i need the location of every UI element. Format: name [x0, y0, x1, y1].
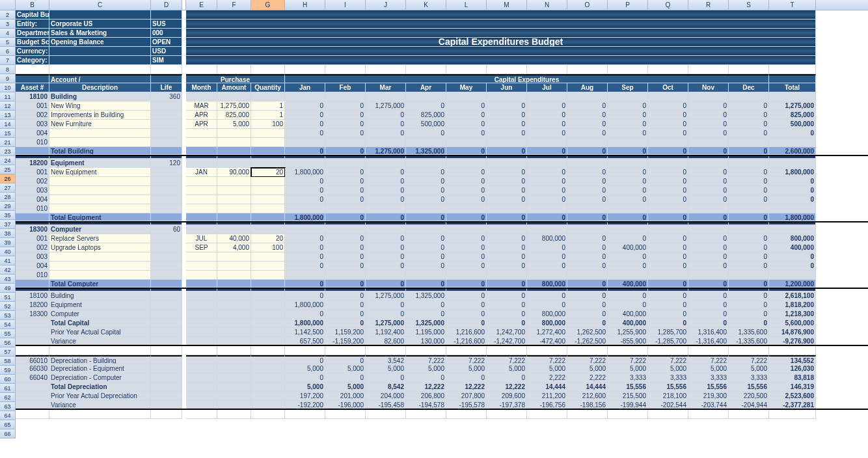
row-header-54[interactable]: 54: [0, 320, 16, 329]
title-banner: Capital Expenditures Budget: [186, 38, 816, 47]
row-header-2[interactable]: 2: [0, 10, 16, 20]
row-header-14[interactable]: 14: [0, 120, 16, 129]
col-header-L[interactable]: L: [446, 0, 487, 10]
col-header-C[interactable]: C: [49, 0, 151, 10]
row-header-57[interactable]: 57: [0, 347, 16, 357]
row-header-52[interactable]: 52: [0, 302, 16, 311]
col-header-D[interactable]: D: [151, 0, 182, 10]
row-header-62[interactable]: 62: [0, 393, 16, 402]
row-header-43[interactable]: 43: [0, 275, 16, 284]
col-header-K[interactable]: K: [406, 0, 446, 10]
row-header-28[interactable]: 28: [0, 193, 16, 202]
row-header-51[interactable]: 51: [0, 293, 16, 302]
col-header-O[interactable]: O: [567, 0, 608, 10]
row-header-8[interactable]: 8: [0, 65, 16, 74]
row-header-59[interactable]: 59: [0, 366, 16, 375]
row-header-53[interactable]: 53: [0, 311, 16, 320]
row-header-11[interactable]: 11: [0, 92, 16, 101]
col-header-F[interactable]: F: [217, 0, 251, 10]
row-header-49[interactable]: 49: [0, 284, 16, 293]
row-header-10[interactable]: 10: [0, 83, 16, 92]
row-header-38[interactable]: 38: [0, 229, 16, 238]
row-header-60[interactable]: 60: [0, 375, 16, 384]
col-header-T[interactable]: T: [769, 0, 816, 10]
row-header-63[interactable]: 63: [0, 402, 16, 411]
row-header-27[interactable]: 27: [0, 183, 16, 193]
row-header-3[interactable]: 3: [0, 20, 16, 29]
row-header-6[interactable]: 6: [0, 47, 16, 56]
row-header-25[interactable]: 25: [0, 165, 16, 174]
col-header-P[interactable]: P: [608, 0, 648, 10]
row-headers[interactable]: 2345678910111213141521232425262728293537…: [0, 10, 16, 438]
row-header-29[interactable]: 29: [0, 202, 16, 211]
row-header-65[interactable]: 65: [0, 420, 16, 429]
row-header-9[interactable]: 9: [0, 74, 16, 83]
row-header-58[interactable]: 58: [0, 357, 16, 366]
row-header-23[interactable]: 23: [0, 147, 16, 156]
col-header-J[interactable]: J: [366, 0, 406, 10]
row-header-24[interactable]: 24: [0, 156, 16, 165]
row-header-15[interactable]: 15: [0, 129, 16, 138]
col-header-B[interactable]: B: [16, 0, 49, 10]
col-header-Q[interactable]: Q: [648, 0, 688, 10]
row-header-13[interactable]: 13: [0, 111, 16, 120]
col-header-E[interactable]: E: [186, 0, 217, 10]
row-header-37[interactable]: 37: [0, 220, 16, 229]
col-header-H[interactable]: H: [285, 0, 325, 10]
row-header-42[interactable]: 42: [0, 265, 16, 275]
row-header-26[interactable]: 26: [0, 174, 16, 183]
row-header-21[interactable]: 21: [0, 138, 16, 147]
col-header-M[interactable]: M: [487, 0, 527, 10]
row-header-66[interactable]: 66: [0, 429, 16, 438]
column-headers[interactable]: BCDEFGHIJKLMNOPQRST: [0, 0, 868, 10]
spreadsheet[interactable]: BCDEFGHIJKLMNOPQRST 23456789101112131415…: [0, 0, 868, 458]
row-header-7[interactable]: 7: [0, 56, 16, 65]
row-header-12[interactable]: 12: [0, 101, 16, 111]
col-header-N[interactable]: N: [527, 0, 567, 10]
row-header-35[interactable]: 35: [0, 211, 16, 220]
row-header-39[interactable]: 39: [0, 238, 16, 247]
grid-body[interactable]: Capital BudgetEntity:Corporate USSUSDepa…: [16, 10, 868, 419]
col-header-I[interactable]: I: [325, 0, 366, 10]
row-header-41[interactable]: 41: [0, 256, 16, 265]
row-header-64[interactable]: 64: [0, 411, 16, 420]
active-cell[interactable]: 20: [251, 168, 285, 177]
row-header-5[interactable]: 5: [0, 38, 16, 47]
row-header-61[interactable]: 61: [0, 384, 16, 393]
row-header-55[interactable]: 55: [0, 329, 16, 338]
row-header-56[interactable]: 56: [0, 338, 16, 347]
col-header-S[interactable]: S: [729, 0, 769, 10]
row-header-4[interactable]: 4: [0, 29, 16, 38]
row-header-40[interactable]: 40: [0, 247, 16, 256]
col-header-R[interactable]: R: [688, 0, 729, 10]
col-header-G[interactable]: G: [251, 0, 285, 10]
